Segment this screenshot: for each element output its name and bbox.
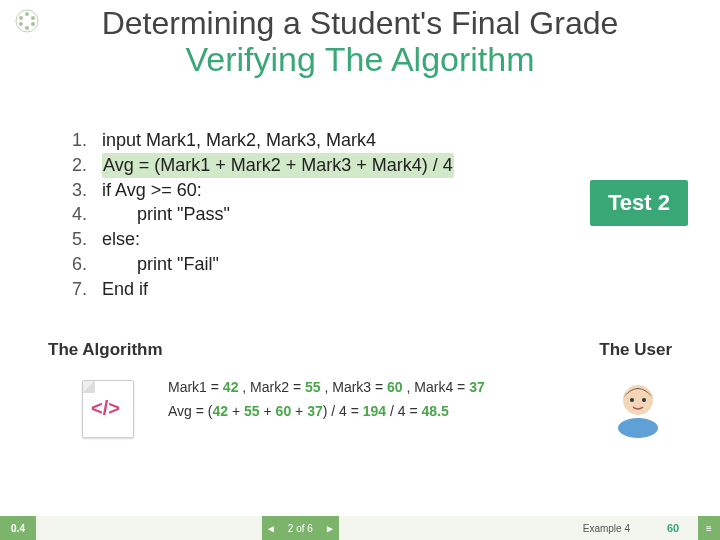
trace-text: + [228, 403, 244, 419]
algorithm-label: The Algorithm [48, 340, 163, 360]
prev-button[interactable]: ◄ [262, 516, 280, 540]
trace-input-line: Mark1 = 42 , Mark2 = 55 , Mark3 = 60 , M… [168, 376, 568, 400]
algo-line-number: 2. [72, 153, 102, 178]
trace-text: , Mark2 = [242, 379, 301, 395]
trace-value: 194 [363, 403, 386, 419]
algo-line: 1.input Mark1, Mark2, Mark3, Mark4 [72, 128, 532, 153]
code-file-icon: </> [82, 380, 142, 440]
algo-line-number: 7. [72, 277, 102, 302]
example-label: Example 4 [565, 516, 648, 540]
trace-panel: Mark1 = 42 , Mark2 = 55 , Mark3 = 60 , M… [168, 376, 568, 424]
user-avatar-icon [612, 374, 664, 438]
algo-line-number: 5. [72, 227, 102, 252]
algo-line-number: 3. [72, 178, 102, 203]
test-badge: Test 2 [590, 180, 688, 226]
algo-line: 7.End if [72, 277, 532, 302]
algo-line: 3.if Avg >= 60: [72, 178, 532, 203]
trace-value: 48.5 [422, 403, 449, 419]
slide-nav: ◄ 2 of 6 ► [262, 516, 339, 540]
version-badge: 0.4 [0, 516, 36, 540]
algo-line: 2.Avg = (Mark1 + Mark2 + Mark3 + Mark4) … [72, 153, 532, 178]
algo-line-number: 1. [72, 128, 102, 153]
trace-text: , Mark4 = [407, 379, 466, 395]
trace-avg-line: Avg = (42 + 55 + 60 + 37) / 4 = 194 / 4 … [168, 400, 568, 424]
algo-line-text: print "Pass" [102, 202, 230, 227]
algo-line-text: else: [102, 227, 140, 252]
algorithm-listing: 1.input Mark1, Mark2, Mark3, Mark4 2.Avg… [72, 128, 532, 302]
menu-icon: ≡ [706, 523, 712, 534]
algo-line: 5.else: [72, 227, 532, 252]
svg-point-9 [630, 398, 634, 402]
footer-spacer [339, 516, 565, 540]
svg-point-7 [618, 418, 658, 438]
trace-value: 37 [469, 379, 485, 395]
algo-line-number: 6. [72, 252, 102, 277]
trace-value: 37 [307, 403, 323, 419]
trace-text: + [260, 403, 276, 419]
svg-point-10 [642, 398, 646, 402]
trace-text: Mark1 = [168, 379, 219, 395]
trace-value: 60 [387, 379, 403, 395]
trace-value: 60 [276, 403, 292, 419]
trace-value: 55 [305, 379, 321, 395]
title-line-2: Verifying The Algorithm [0, 41, 720, 78]
trace-value: 42 [223, 379, 239, 395]
slide-position: 2 of 6 [280, 523, 321, 534]
footer-bar: 0.4 ◄ 2 of 6 ► Example 4 60 ≡ [0, 516, 720, 540]
svg-point-8 [623, 385, 653, 415]
algo-line: 6. print "Fail" [72, 252, 532, 277]
algo-line-text: input Mark1, Mark2, Mark3, Mark4 [102, 128, 376, 153]
menu-button[interactable]: ≡ [698, 516, 720, 540]
slide: Determining a Student's Final Grade Veri… [0, 0, 720, 540]
title-line-1: Determining a Student's Final Grade [0, 6, 720, 41]
trace-text: + [291, 403, 307, 419]
page-number: 60 [648, 516, 698, 540]
algo-line-text-highlighted: Avg = (Mark1 + Mark2 + Mark3 + Mark4) / … [102, 153, 454, 178]
algo-line-text: print "Fail" [102, 252, 219, 277]
user-label: The User [599, 340, 672, 360]
trace-text: / 4 = [386, 403, 421, 419]
footer-spacer [36, 516, 262, 540]
algo-line-number: 4. [72, 202, 102, 227]
next-button[interactable]: ► [321, 516, 339, 540]
trace-value: 55 [244, 403, 260, 419]
algo-line-text: End if [102, 277, 148, 302]
trace-text: Avg = ( [168, 403, 213, 419]
algo-line-text: if Avg >= 60: [102, 178, 202, 203]
algo-line: 4. print "Pass" [72, 202, 532, 227]
trace-text: ) / 4 = [323, 403, 363, 419]
trace-value: 42 [213, 403, 229, 419]
slide-title: Determining a Student's Final Grade Veri… [0, 6, 720, 79]
trace-text: , Mark3 = [324, 379, 383, 395]
